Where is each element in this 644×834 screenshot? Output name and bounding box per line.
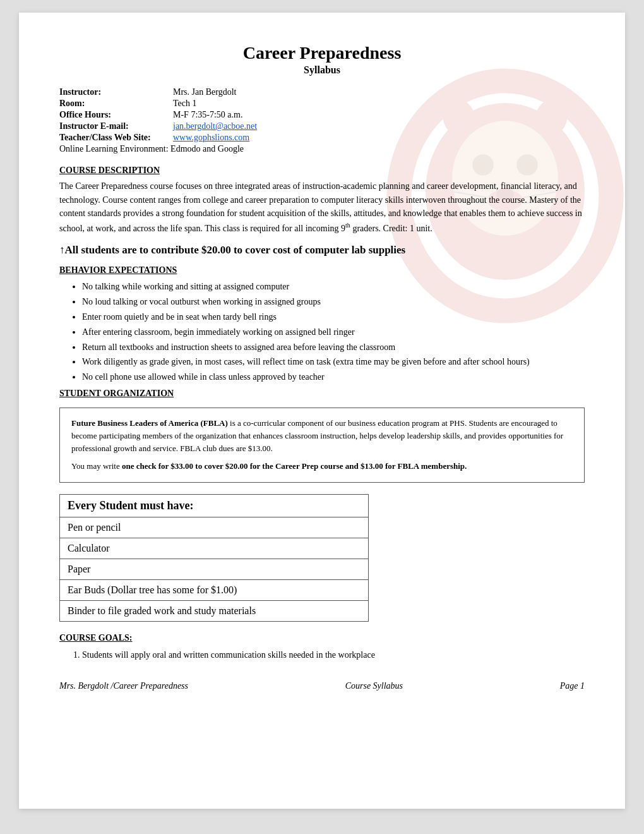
list-item: Return all textbooks and instruction she…	[82, 340, 585, 355]
supply-item: Ear Buds (Dollar tree has some for $1.00…	[60, 579, 369, 600]
student-org-heading: STUDENT ORGANIZATION	[59, 389, 585, 399]
online-env: Online Learning Environment: Edmodo and …	[59, 144, 585, 154]
goal-item: Students will apply oral and written com…	[82, 648, 585, 662]
footer-center: Course Syllabus	[345, 681, 403, 691]
course-description-text: The Career Preparedness course focuses o…	[59, 179, 585, 235]
supplies-header: Every Student must have:	[60, 494, 369, 517]
instructor-label: Instructor:	[59, 87, 173, 97]
email-label: Instructor E-mail:	[59, 121, 173, 131]
footer-right: Page 1	[560, 681, 585, 691]
supply-item: Calculator	[60, 538, 369, 559]
instructor-info: Instructor: Mrs. Jan Bergdolt Room: Tech…	[59, 87, 585, 154]
fbla-check-text: You may write one check for $33.00 to co…	[71, 460, 573, 473]
email-value[interactable]: jan.bergdolt@acboe.net	[173, 121, 585, 131]
course-description-heading: COURSE DESCRIPTION	[59, 166, 585, 176]
fbla-text: Future Business Leaders of America (FBLA…	[71, 417, 573, 455]
list-item: Enter room quietly and be in seat when t…	[82, 310, 585, 325]
office-hours-label: Office Hours:	[59, 110, 173, 120]
supply-callout: ↑All students are to contribute $20.00 t…	[59, 244, 585, 257]
website-value[interactable]: www.gophslions.com	[173, 133, 585, 143]
behavior-list: No talking while working and sitting at …	[59, 279, 585, 385]
footer-left: Mrs. Bergdolt /Career Preparedness	[59, 681, 188, 691]
room-label: Room:	[59, 99, 173, 109]
supply-item: Pen or pencil	[60, 517, 369, 538]
supply-item: Paper	[60, 559, 369, 579]
supply-item: Binder to file graded work and study mat…	[60, 600, 369, 621]
list-item: Work diligently as grade given, in most …	[82, 354, 585, 370]
list-item: No loud talking or vocal outburst when w…	[82, 294, 585, 310]
office-hours-value: M-F 7:35-7:50 a.m.	[173, 110, 585, 120]
page-title: Career Preparedness	[59, 43, 585, 63]
website-label: Teacher/Class Web Site:	[59, 133, 173, 143]
fbla-box: Future Business Leaders of America (FBLA…	[59, 408, 585, 483]
list-item: After entering classroom, begin immediat…	[82, 325, 585, 340]
course-goals-heading: COURSE GOALS:	[59, 633, 585, 643]
page-subtitle: Syllabus	[59, 64, 585, 76]
list-item: No cell phone use allowed while in class…	[82, 370, 585, 385]
goals-list: Students will apply oral and written com…	[59, 648, 585, 662]
arrow-icon: ↑	[59, 244, 65, 256]
page-footer: Mrs. Bergdolt /Career Preparedness Cours…	[59, 681, 585, 691]
instructor-value: Mrs. Jan Bergdolt	[173, 87, 585, 97]
list-item: No talking while working and sitting at …	[82, 279, 585, 294]
supplies-table: Every Student must have: Pen or pencil C…	[59, 494, 369, 622]
behavior-heading: BEHAVIOR EXPECTATIONS	[59, 265, 585, 275]
room-value: Tech 1	[173, 99, 585, 109]
